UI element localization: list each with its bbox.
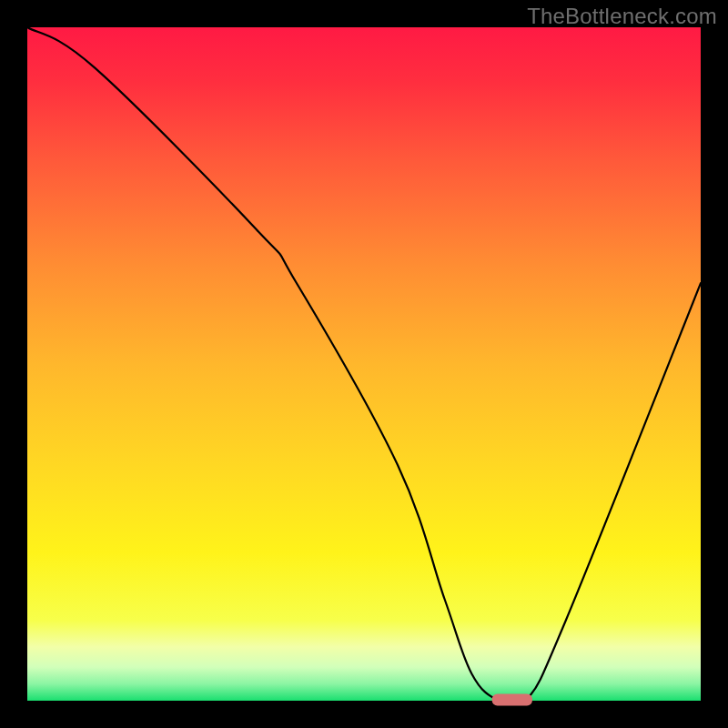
plot-background xyxy=(27,27,701,701)
bottleneck-chart xyxy=(0,0,728,728)
watermark-text: TheBottleneck.com xyxy=(527,4,717,29)
chart-container: TheBottleneck.com xyxy=(0,0,728,728)
optimal-marker xyxy=(492,694,532,706)
